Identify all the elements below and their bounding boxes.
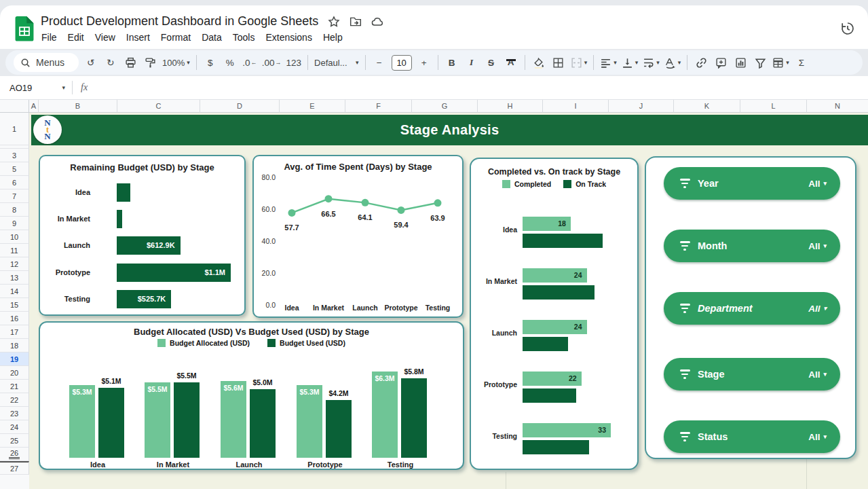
menus-search-button[interactable]: Menus <box>14 53 79 72</box>
row-header-25[interactable]: 25 <box>0 434 29 448</box>
borders-icon[interactable] <box>551 54 566 71</box>
row-header-19[interactable]: 19 <box>0 352 29 366</box>
column-header-K[interactable]: K <box>674 100 740 113</box>
decrease-decimal-places-icon[interactable]: .0← <box>242 54 257 71</box>
filter-department[interactable]: DepartmentAll▾ <box>664 292 840 325</box>
row-header-11[interactable]: 11 <box>0 244 29 257</box>
column-header-C[interactable]: C <box>117 100 200 113</box>
chart-budget-allocated-vs-used[interactable]: Budget Allocated (USD) Vs Budget Used (U… <box>39 321 464 470</box>
chart-avg-time-spent[interactable]: Avg. of Time Spent (Days) by Stage 80.06… <box>252 155 464 318</box>
filter-value-dropdown[interactable]: All▾ <box>808 179 827 189</box>
menu-view[interactable]: View <box>90 31 121 44</box>
fill-color-icon[interactable] <box>531 54 546 71</box>
print-icon[interactable] <box>123 54 138 71</box>
row-header-20[interactable]: 20 <box>0 366 29 380</box>
column-header-J[interactable]: J <box>609 100 674 113</box>
bold-icon[interactable]: B <box>445 54 459 71</box>
italic-icon[interactable]: I <box>464 54 479 71</box>
decrease-font-size-icon[interactable]: − <box>372 54 387 71</box>
row-header-17[interactable]: 17 <box>0 325 29 339</box>
strikethrough-icon[interactable]: S <box>484 54 499 71</box>
filter-stage[interactable]: StageAll▾ <box>664 358 840 391</box>
row-header-13[interactable]: 13 <box>0 271 29 285</box>
menu-insert[interactable]: Insert <box>121 31 155 44</box>
row-header-18[interactable]: 18 <box>0 339 29 352</box>
column-header-L[interactable]: L <box>740 100 807 113</box>
more-formats-icon[interactable]: 123 <box>286 54 302 71</box>
menu-data[interactable]: Data <box>196 31 227 44</box>
table-icon[interactable]: ▾ <box>772 54 789 71</box>
row-header-16[interactable]: 16 <box>0 312 29 325</box>
row-header-14[interactable]: 14 <box>0 285 29 298</box>
font-family-button[interactable]: Defaul...▾ <box>314 54 359 71</box>
column-header-F[interactable]: F <box>345 100 412 113</box>
insert-chart-icon[interactable] <box>733 54 748 71</box>
font-size-button[interactable]: 10 <box>392 54 412 71</box>
row-header-6[interactable]: 6 <box>0 176 29 189</box>
menu-extensions[interactable]: Extensions <box>260 31 317 44</box>
filter-value-dropdown[interactable]: All▾ <box>808 304 827 314</box>
row-header-12[interactable]: 12 <box>0 257 29 271</box>
redo-icon[interactable]: ↻ <box>103 54 118 71</box>
row-header-22[interactable]: 22 <box>0 393 29 407</box>
column-header-A[interactable]: A <box>29 100 39 113</box>
move-to-folder-icon[interactable] <box>350 16 362 28</box>
column-header-I[interactable]: I <box>543 100 609 113</box>
menu-tools[interactable]: Tools <box>227 31 261 44</box>
chart-remaining-budget[interactable]: Remaining Budget (USD) by Stage IdeaIn M… <box>39 155 246 316</box>
row-header-21[interactable]: 21 <box>0 380 29 393</box>
name-box[interactable]: AO19 ▾ <box>10 83 65 93</box>
increase-font-size-icon[interactable]: + <box>417 54 432 71</box>
column-header-N[interactable]: N <box>807 100 868 113</box>
text-wrapping-icon[interactable]: ▾ <box>643 54 660 71</box>
increase-decimal-places-icon[interactable]: .00→ <box>262 54 282 71</box>
version-history-icon[interactable] <box>839 20 856 37</box>
format-as-percent-icon[interactable]: % <box>223 54 238 71</box>
menu-edit[interactable]: Edit <box>62 31 90 44</box>
create-filter-icon[interactable] <box>753 54 768 71</box>
row-header-27[interactable]: 27 <box>0 461 29 475</box>
paint-format-icon[interactable] <box>143 54 157 71</box>
filter-year[interactable]: YearAll▾ <box>664 167 840 200</box>
format-as-currency-icon[interactable]: $ <box>203 54 218 71</box>
column-header-E[interactable]: E <box>280 100 345 113</box>
insert-comment-icon[interactable] <box>713 54 728 71</box>
document-title[interactable]: Product Development Dashboard in Google … <box>41 14 318 29</box>
row-header-9[interactable]: 9 <box>0 217 29 230</box>
row-header-7[interactable]: 7 <box>0 189 29 203</box>
cloud-saved-icon[interactable] <box>371 16 383 28</box>
row-header-23[interactable]: 23 <box>0 407 29 420</box>
text-rotation-icon[interactable]: ▾ <box>664 54 681 71</box>
column-header-G[interactable]: G <box>412 100 478 113</box>
filter-value-dropdown[interactable]: All▾ <box>808 241 827 251</box>
undo-icon[interactable]: ↺ <box>83 54 98 71</box>
column-header-D[interactable]: D <box>200 100 280 113</box>
row-header-26[interactable]: 26 <box>0 448 29 461</box>
menu-file[interactable]: File <box>36 31 62 44</box>
filter-month[interactable]: MonthAll▾ <box>664 230 840 262</box>
vertical-align-icon[interactable]: ▾ <box>622 54 639 71</box>
filter-value-dropdown[interactable]: All▾ <box>808 432 827 442</box>
functions-icon[interactable]: Σ <box>794 54 809 71</box>
menu-format[interactable]: Format <box>155 31 196 44</box>
column-header-B[interactable]: B <box>39 100 117 113</box>
row-header-8[interactable]: 8 <box>0 203 29 217</box>
zoom-select-button[interactable]: 100%▾ <box>162 54 190 71</box>
filter-value-dropdown[interactable]: All▾ <box>808 369 827 380</box>
row-header-5[interactable]: 5 <box>0 162 29 176</box>
star-icon[interactable] <box>328 16 340 28</box>
row-header-1[interactable]: 1 <box>0 113 29 145</box>
insert-link-icon[interactable] <box>694 54 709 71</box>
column-header-H[interactable]: H <box>478 100 543 113</box>
row-header-24[interactable]: 24 <box>0 420 29 434</box>
horizontal-align-icon[interactable]: ▾ <box>600 54 617 71</box>
menu-help[interactable]: Help <box>318 31 348 44</box>
row-header-3[interactable]: 3 <box>0 149 29 162</box>
filter-status[interactable]: StatusAll▾ <box>664 420 840 453</box>
chart-completed-vs-ontrack[interactable]: Completed vs. On track by Stage Complete… <box>470 158 639 470</box>
row-header-15[interactable]: 15 <box>0 298 29 312</box>
sheet-grid[interactable]: Stage Analysis N t N Remaining Budget (U… <box>29 113 868 489</box>
row-header-10[interactable]: 10 <box>0 230 29 244</box>
google-sheets-logo-icon[interactable] <box>15 16 34 41</box>
select-all-corner[interactable] <box>0 100 29 113</box>
